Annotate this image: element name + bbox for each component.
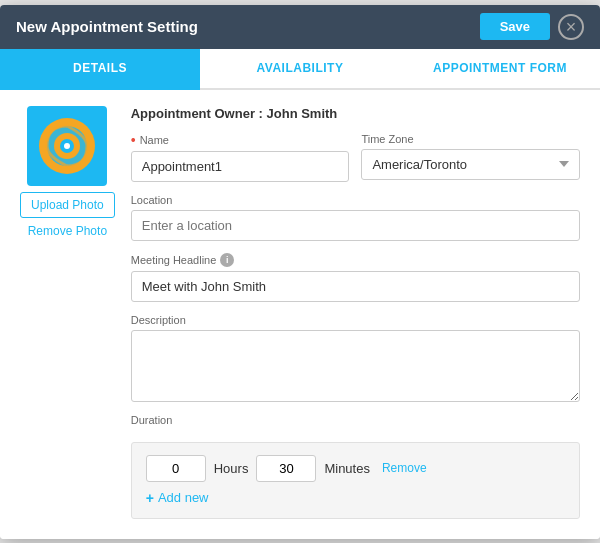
timezone-group: Time Zone America/Toronto America/New_Yo…: [361, 133, 580, 182]
duration-group: Duration Hours Minutes Remove + Add new: [131, 414, 580, 519]
photo-preview: [27, 106, 107, 186]
modal-body: Upload Photo Remove Photo Appointment Ow…: [0, 90, 600, 539]
tab-appointment-form[interactable]: APPOINTMENT FORM: [400, 49, 600, 90]
required-indicator: •: [131, 133, 136, 147]
minutes-input[interactable]: [256, 455, 316, 482]
modal-header: New Appointment Setting Save ×: [0, 5, 600, 49]
meeting-headline-group: Meeting Headline i: [131, 253, 580, 302]
remove-photo-link[interactable]: Remove Photo: [28, 224, 107, 238]
info-icon: i: [220, 253, 234, 267]
add-new-text: Add new: [158, 490, 209, 505]
duration-section: Hours Minutes Remove + Add new: [131, 442, 580, 519]
close-button[interactable]: ×: [558, 14, 584, 40]
tabs: DETAILS AVAILABILITY APPOINTMENT FORM: [0, 49, 600, 90]
save-button[interactable]: Save: [480, 13, 550, 40]
hours-input[interactable]: [146, 455, 206, 482]
meeting-headline-input[interactable]: [131, 271, 580, 302]
name-group: • Name: [131, 133, 350, 182]
owner-row: Appointment Owner : John Smith: [131, 106, 580, 121]
description-group: Description: [131, 314, 580, 402]
hours-unit: Hours: [214, 461, 249, 476]
add-new-row[interactable]: + Add new: [146, 490, 565, 506]
description-input[interactable]: [131, 330, 580, 402]
svg-point-4: [64, 143, 70, 149]
location-input[interactable]: [131, 210, 580, 241]
description-label: Description: [131, 314, 580, 326]
owner-name: John Smith: [267, 106, 338, 121]
minutes-unit: Minutes: [324, 461, 370, 476]
modal-title: New Appointment Setting: [16, 18, 198, 35]
remove-duration-link[interactable]: Remove: [382, 461, 427, 475]
duration-row: Hours Minutes Remove: [146, 455, 565, 482]
right-panel: Appointment Owner : John Smith • Name Ti…: [131, 106, 580, 519]
header-actions: Save ×: [480, 13, 584, 40]
timezone-select[interactable]: America/Toronto America/New_York America…: [361, 149, 580, 180]
tab-availability[interactable]: AVAILABILITY: [200, 49, 400, 90]
upload-photo-button[interactable]: Upload Photo: [20, 192, 115, 218]
left-panel: Upload Photo Remove Photo: [20, 106, 115, 519]
meeting-headline-label: Meeting Headline i: [131, 253, 580, 267]
duration-label: Duration: [131, 414, 580, 426]
add-icon: +: [146, 490, 154, 506]
location-group: Location: [131, 194, 580, 241]
timezone-label: Time Zone: [361, 133, 580, 145]
name-input[interactable]: [131, 151, 350, 182]
name-label: • Name: [131, 133, 350, 147]
appointment-modal: New Appointment Setting Save × DETAILS A…: [0, 5, 600, 539]
logo-icon: [37, 116, 97, 176]
location-label: Location: [131, 194, 580, 206]
owner-prefix: Appointment Owner :: [131, 106, 267, 121]
tab-details[interactable]: DETAILS: [0, 49, 200, 90]
name-timezone-row: • Name Time Zone America/Toronto America…: [131, 133, 580, 182]
